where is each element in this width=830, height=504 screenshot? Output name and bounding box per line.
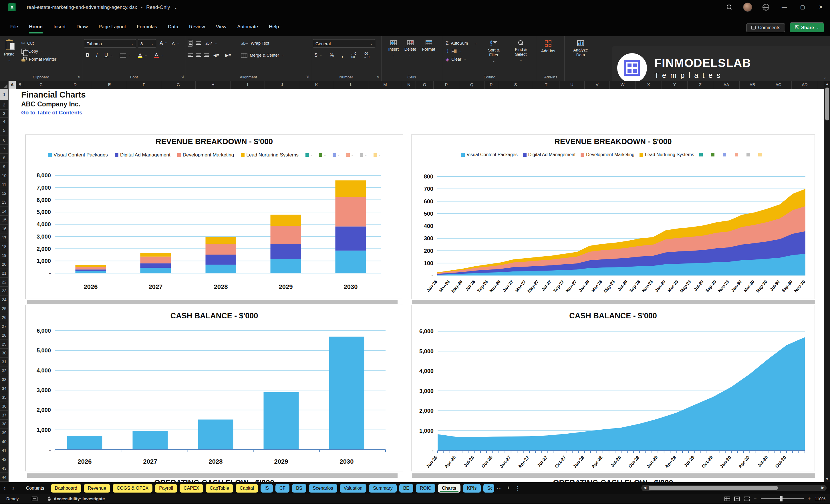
increase-decimal-button[interactable]: ←.0.00 — [349, 51, 358, 59]
column-header-Q[interactable]: Q — [459, 81, 484, 89]
scroll-down-icon[interactable]: ▼ — [824, 477, 830, 481]
column-header-AD[interactable]: AD — [792, 81, 818, 89]
scroll-left-icon[interactable]: ◀ — [643, 485, 646, 490]
row-header-2[interactable]: 2 — [0, 100, 8, 109]
page-layout-view-icon[interactable] — [734, 497, 740, 501]
column-header-C[interactable]: C — [24, 81, 58, 89]
row-header-15[interactable]: 15 — [0, 216, 8, 224]
more-sheets-icon[interactable]: ⋯ — [494, 485, 505, 492]
row-header-1[interactable]: 1 — [0, 89, 8, 100]
sheet-tab-is[interactable]: IS — [261, 484, 273, 493]
align-center-icon[interactable] — [196, 53, 201, 58]
column-header-D[interactable]: D — [58, 81, 92, 89]
menu-tab-automate[interactable]: Automate — [237, 24, 258, 33]
page-break-view-icon[interactable] — [744, 497, 749, 501]
column-header-R[interactable]: R — [484, 81, 498, 89]
zoom-in-button[interactable]: + — [808, 496, 811, 502]
sheet-tab-cf[interactable]: CF — [276, 484, 289, 493]
font-dialog-launcher[interactable]: ⇲ — [181, 75, 184, 79]
menu-tab-home[interactable]: Home — [29, 24, 42, 33]
cut-button[interactable]: ✂Cut — [20, 39, 58, 47]
bold-button[interactable]: B — [84, 51, 91, 59]
column-header-AA[interactable]: AA — [713, 81, 740, 89]
column-header-O[interactable]: O — [416, 81, 434, 89]
zoom-slider[interactable] — [761, 498, 804, 499]
sheet-tab-charts[interactable]: Charts — [438, 484, 460, 493]
column-header-N[interactable]: N — [402, 81, 416, 89]
clipboard-dialog-launcher[interactable]: ⇲ — [77, 75, 80, 79]
column-header-J[interactable]: J — [265, 81, 299, 89]
wrap-text-button[interactable]: ab↩Wrap Text — [240, 39, 286, 47]
row-header-34[interactable]: 34 — [0, 384, 8, 393]
row-header-19[interactable]: 19 — [0, 251, 8, 260]
sheet-tab-be[interactable]: BE — [399, 484, 413, 493]
worksheet[interactable]: Financial Charts ABC Company Inc. Go to … — [8, 89, 824, 482]
chevron-down-icon[interactable]: ⌄ — [173, 5, 178, 10]
row-header-30[interactable]: 30 — [0, 349, 8, 357]
row-header-25[interactable]: 25 — [0, 304, 8, 313]
sort-filter-button[interactable]: AZ Sort & Filter⌄ — [481, 39, 507, 64]
shrink-font-button[interactable]: A⌄ — [170, 39, 181, 47]
font-size-select[interactable]: 8⌄ — [138, 39, 156, 48]
row-header-41[interactable]: 41 — [0, 446, 8, 455]
vertical-scrollbar[interactable]: ▲ ▼ — [824, 81, 830, 482]
align-left-icon[interactable] — [188, 53, 193, 58]
row-header-10[interactable]: 10 — [0, 171, 8, 180]
align-middle-icon[interactable] — [188, 40, 193, 46]
row-header-23[interactable]: 23 — [0, 287, 8, 295]
font-name-select[interactable]: Tahoma⌄ — [84, 39, 136, 48]
row-header-39[interactable]: 39 — [0, 429, 8, 437]
row-header-37[interactable]: 37 — [0, 411, 8, 420]
menu-tab-formulas[interactable]: Formulas — [137, 24, 157, 33]
column-header-X[interactable]: X — [636, 81, 662, 89]
orientation-button[interactable]: ab↗ ⌄ — [204, 39, 219, 47]
font-color-button[interactable]: A⌄ — [153, 51, 165, 59]
column-header-H[interactable]: H — [196, 81, 230, 89]
increase-indent-button[interactable]: ▶≡ — [224, 51, 233, 59]
insert-cells-button[interactable]: Insert⌄ — [386, 39, 401, 58]
prev-sheet-icon[interactable]: ‹ — [0, 484, 9, 492]
sheet-tab-valuation[interactable]: Valuation — [340, 484, 367, 493]
normal-view-icon[interactable] — [725, 497, 730, 501]
row-header-5[interactable]: 5 — [0, 125, 8, 136]
row-header-21[interactable]: 21 — [0, 269, 8, 278]
sheet-tab-capex[interactable]: CAPEX — [180, 484, 203, 493]
align-bottom-icon[interactable] — [196, 41, 201, 46]
row-header-16[interactable]: 16 — [0, 224, 8, 233]
globe-icon[interactable] — [757, 0, 775, 14]
chart-revenue-breakdown-60m[interactable]: REVENUE BREAKDOWN - $'000 Visual Content… — [411, 134, 815, 299]
column-header-AB[interactable]: AB — [740, 81, 765, 89]
analyze-data-button[interactable]: Analyze Data — [566, 39, 595, 58]
maximize-button[interactable]: ▢ — [793, 0, 812, 14]
row-header-4[interactable]: 4 — [0, 118, 8, 125]
row-header-35[interactable]: 35 — [0, 393, 8, 402]
row-header-8[interactable]: 8 — [0, 154, 8, 162]
menu-tab-page-layout[interactable]: Page Layout — [99, 24, 126, 33]
tab-options-icon[interactable]: ⋮ — [513, 485, 523, 492]
column-headers[interactable]: ABCDEFGHIJKLMNOPQRSTUVWXYZAAABACAD — [0, 81, 824, 89]
horizontal-scroll-thumb[interactable] — [649, 486, 778, 490]
horizontal-scrollbar[interactable]: ◀ ▶ — [641, 485, 827, 491]
row-header-36[interactable]: 36 — [0, 402, 8, 411]
row-header-14[interactable]: 14 — [0, 207, 8, 216]
delete-cells-button[interactable]: Delete⌄ — [402, 39, 419, 58]
menu-tab-data[interactable]: Data — [168, 24, 178, 33]
row-header-26[interactable]: 26 — [0, 313, 8, 322]
zoom-level[interactable]: 110% — [815, 496, 825, 501]
row-header-12[interactable]: 12 — [0, 189, 8, 198]
menu-tab-view[interactable]: View — [216, 24, 226, 33]
row-header-9[interactable]: 9 — [0, 162, 8, 171]
sheet-tab-scenarios[interactable]: Scenarios — [309, 484, 337, 493]
scroll-up-icon[interactable]: ▲ — [824, 82, 830, 86]
display-settings-icon[interactable] — [32, 497, 37, 501]
grow-font-button[interactable]: A^ — [158, 39, 168, 47]
column-header-P[interactable]: P — [434, 81, 459, 89]
row-headers[interactable]: 1234567891011121314151617181920212223242… — [0, 89, 8, 482]
column-header-G[interactable]: G — [161, 81, 196, 89]
sheet-tab-bs[interactable]: BS — [292, 484, 306, 493]
chart-cash-balance-60m[interactable]: CASH BALANCE - $'000 -1,0002,0003,0004,0… — [411, 305, 815, 471]
row-header-42[interactable]: 42 — [0, 455, 8, 464]
minimize-button[interactable]: — — [775, 0, 793, 14]
sheet-tab-payroll[interactable]: Payroll — [155, 484, 177, 493]
decrease-indent-button[interactable]: ◀≡ — [212, 51, 221, 59]
